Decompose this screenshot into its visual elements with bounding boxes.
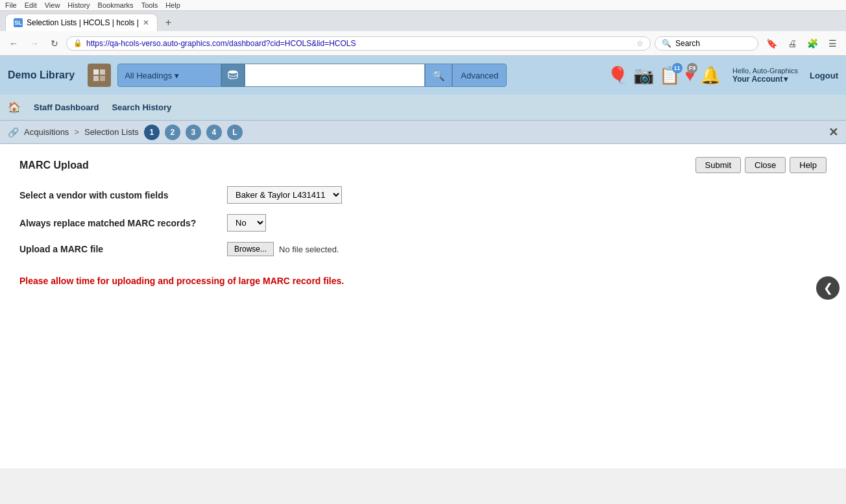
bookmark-manager-icon[interactable]: 🔖	[762, 36, 781, 51]
vendor-label: Select a vendor with custom fields	[19, 190, 227, 200]
extension-icon[interactable]: 🧩	[803, 36, 822, 51]
menu-edit[interactable]: Edit	[25, 1, 37, 9]
home-icon[interactable]: 🏠	[8, 101, 21, 114]
menu-view[interactable]: View	[45, 1, 60, 9]
url-text: https://qa-hcols-verso.auto-graphics.com…	[86, 39, 633, 48]
svg-rect-1	[100, 69, 105, 75]
search-icon: 🔍	[662, 39, 671, 48]
account-dropdown[interactable]: Your Account ▾	[732, 75, 798, 84]
upload-label: Upload a MARC file	[19, 244, 227, 254]
advanced-search-button[interactable]: Advanced	[452, 64, 507, 87]
library-name: Demo Library	[8, 69, 75, 81]
browse-button[interactable]: Browse...	[227, 242, 274, 256]
breadcrumb-selection-lists[interactable]: Selection Lists	[84, 127, 139, 137]
app-header: Demo Library All Headings ▾	[0, 56, 846, 95]
heart-icon[interactable]: ♥ F9	[685, 66, 695, 86]
logout-button[interactable]: Logout	[810, 71, 838, 80]
search-area: All Headings ▾ 🔍 Advanced	[117, 64, 507, 87]
user-section: Hello, Auto-Graphics Your Account ▾	[732, 67, 798, 84]
browser-tab[interactable]: SL Selection Lists | HCOLS | hcols | ✕	[5, 14, 158, 31]
browser-tab-bar: SL Selection Lists | HCOLS | hcols | ✕ +	[0, 11, 846, 31]
headings-dropdown-icon: ▾	[175, 71, 179, 80]
content-wrapper: MARC Upload Submit Close Help Select a v…	[0, 144, 846, 468]
database-icon[interactable]	[221, 64, 245, 87]
close-button[interactable]: Close	[745, 157, 786, 173]
step-badge-4[interactable]: 4	[206, 125, 222, 140]
heart-badge: F9	[687, 63, 697, 73]
menu-history[interactable]: History	[67, 1, 90, 9]
browser-search-box[interactable]: 🔍 Search	[655, 36, 758, 51]
svg-point-4	[228, 71, 237, 74]
no-file-text: No file selected.	[279, 245, 339, 254]
breadcrumb-bar: 🔗 Acquisitions > Selection Lists 1 2 3 4…	[0, 121, 846, 144]
account-label: Your Account	[732, 75, 782, 84]
tab-favicon: SL	[14, 18, 23, 27]
app-logo	[88, 64, 111, 87]
lock-icon: 🔒	[73, 39, 82, 47]
balloon-icon[interactable]: 🎈	[607, 66, 628, 86]
step-badge-3[interactable]: 3	[186, 125, 201, 140]
svg-rect-3	[100, 76, 105, 81]
header-icons: 🎈 📷 📋 11 ♥ F9 🔔	[607, 66, 721, 86]
back-button[interactable]: ←	[5, 36, 22, 51]
address-bar[interactable]: 🔒 https://qa-hcols-verso.auto-graphics.c…	[66, 36, 651, 51]
list-badge: 11	[672, 63, 683, 73]
tab-label: Selection Lists | HCOLS | hcols |	[27, 18, 139, 27]
browser-nav-icons: 🔖 🖨 🧩 ☰	[762, 36, 841, 51]
warning-text: Please allow time for uploading and proc…	[19, 276, 827, 286]
help-button[interactable]: Help	[790, 157, 827, 173]
vendor-row: Select a vendor with custom fields Baker…	[19, 186, 827, 204]
upload-row: Upload a MARC file Browse... No file sel…	[19, 242, 827, 256]
menu-help[interactable]: Help	[165, 1, 180, 9]
menu-tools[interactable]: Tools	[141, 1, 158, 9]
bookmark-star-icon[interactable]: ☆	[636, 39, 644, 48]
page-title: MARC Upload	[19, 160, 89, 171]
new-tab-button[interactable]: +	[160, 14, 176, 31]
step-badge-l[interactable]: L	[227, 125, 243, 140]
app-nav: 🏠 Staff Dashboard Search History	[0, 95, 846, 121]
menu-file[interactable]: File	[5, 1, 17, 9]
breadcrumb-separator: >	[74, 127, 79, 137]
print-icon[interactable]: 🖨	[784, 36, 801, 51]
staff-dashboard-link[interactable]: Staff Dashboard	[34, 102, 99, 112]
browser-search-placeholder: Search	[675, 39, 700, 48]
scroll-left-arrow[interactable]: ❮	[816, 276, 840, 300]
step-badge-1[interactable]: 1	[144, 125, 160, 140]
forward-button[interactable]: →	[26, 36, 43, 51]
menu-bookmarks[interactable]: Bookmarks	[98, 1, 134, 9]
bell-icon[interactable]: 🔔	[700, 66, 721, 86]
action-buttons: Submit Close Help	[695, 157, 827, 173]
search-input[interactable]	[245, 64, 425, 87]
refresh-button[interactable]: ↻	[47, 36, 62, 51]
form-section: Select a vendor with custom fields Baker…	[19, 186, 827, 286]
account-arrow-icon: ▾	[784, 75, 788, 84]
breadcrumb-close-button[interactable]: ✕	[828, 125, 838, 139]
user-greeting: Hello, Auto-Graphics	[732, 67, 798, 75]
submit-button[interactable]: Submit	[695, 157, 741, 173]
svg-rect-2	[93, 76, 99, 81]
browser-nav-bar: ← → ↻ 🔒 https://qa-hcols-verso.auto-grap…	[0, 31, 846, 56]
list-icon[interactable]: 📋 11	[659, 66, 680, 86]
browser-menu-icon[interactable]: ☰	[825, 36, 841, 51]
headings-label: All Headings	[125, 71, 172, 80]
replace-label: Always replace matched MARC records?	[19, 218, 227, 228]
search-history-link[interactable]: Search History	[112, 102, 171, 112]
camera-icon[interactable]: 📷	[633, 66, 654, 86]
page-title-row: MARC Upload Submit Close Help	[19, 157, 827, 173]
breadcrumb-icon: 🔗	[8, 127, 19, 138]
main-content: MARC Upload Submit Close Help Select a v…	[0, 144, 846, 468]
headings-dropdown[interactable]: All Headings ▾	[117, 64, 221, 87]
breadcrumb-acquisitions[interactable]: Acquisitions	[24, 127, 69, 137]
step-badge-2[interactable]: 2	[165, 125, 180, 140]
replace-row: Always replace matched MARC records? No …	[19, 214, 827, 232]
svg-rect-0	[93, 69, 99, 75]
search-button[interactable]: 🔍	[425, 64, 452, 87]
tab-close-button[interactable]: ✕	[143, 18, 149, 27]
vendor-select[interactable]: Baker & Taylor L431411 Other Vendor	[227, 186, 342, 204]
browser-menu-bar: File Edit View History Bookmarks Tools H…	[0, 0, 846, 11]
replace-select[interactable]: No Yes	[227, 214, 266, 232]
